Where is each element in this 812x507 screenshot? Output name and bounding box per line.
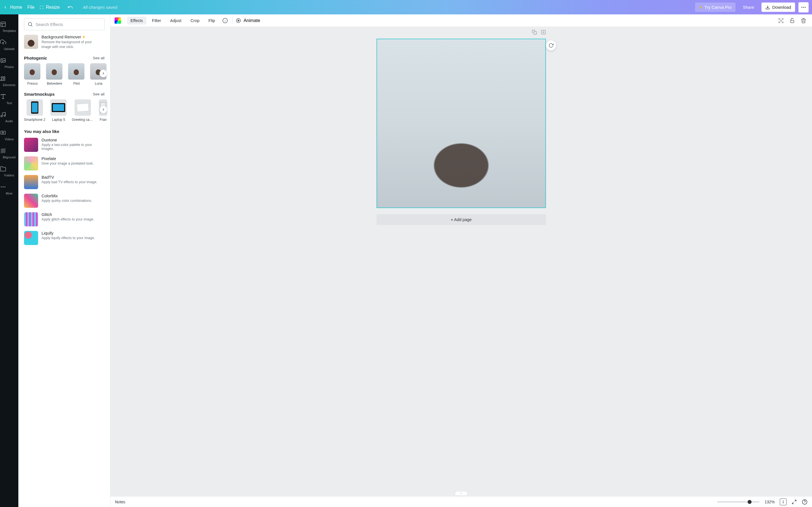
smartmockups-next[interactable] bbox=[99, 106, 107, 113]
rail-background-label: Bkground bbox=[0, 156, 18, 159]
download-icon bbox=[765, 5, 770, 10]
svg-line-41 bbox=[792, 502, 794, 504]
lock-button[interactable] bbox=[788, 16, 797, 25]
toolbar-separator bbox=[124, 17, 124, 24]
duplicate-page-button[interactable] bbox=[532, 30, 537, 35]
svg-rect-4 bbox=[1, 22, 6, 27]
more-menu-button[interactable] bbox=[799, 2, 809, 12]
ymal-desc: Apply bad TV effects to your image. bbox=[42, 180, 98, 184]
mockup-smartphone[interactable]: Smartphone 2 bbox=[24, 99, 45, 122]
rail-audio[interactable]: Audio bbox=[0, 109, 18, 127]
svg-point-9 bbox=[1, 77, 3, 78]
rail-background[interactable]: Bkground bbox=[0, 145, 18, 163]
tab-flip[interactable]: Flip bbox=[205, 17, 218, 24]
lock-open-icon bbox=[790, 18, 795, 23]
ymal-pixelate[interactable]: PixelateGive your image a pixelated look… bbox=[24, 156, 105, 170]
download-button[interactable]: Download bbox=[761, 3, 795, 12]
tab-filter[interactable]: Filter bbox=[149, 17, 164, 24]
ymal-desc: Apply glitch effects to your image. bbox=[42, 217, 94, 221]
background-remover[interactable]: Background Remover♛ Remove the backgroun… bbox=[24, 35, 105, 49]
tab-adjust[interactable]: Adjust bbox=[167, 17, 185, 24]
page-action-icons bbox=[532, 30, 546, 35]
tab-crop[interactable]: Crop bbox=[187, 17, 203, 24]
svg-rect-32 bbox=[780, 20, 782, 21]
canvas-page[interactable] bbox=[377, 39, 546, 208]
effects-panel: Background Remover♛ Remove the backgroun… bbox=[18, 14, 110, 507]
rail-text[interactable]: Text bbox=[0, 91, 18, 109]
try-canva-pro-button[interactable]: ♛ Try Canva Pro bbox=[695, 3, 736, 12]
info-button[interactable] bbox=[221, 16, 230, 25]
bg-remover-desc: Remove the background of your image with… bbox=[42, 40, 101, 49]
page-wrap bbox=[377, 39, 546, 208]
try-pro-label: Try Canva Pro bbox=[704, 5, 732, 10]
svg-rect-17 bbox=[1, 131, 6, 134]
text-icon bbox=[0, 94, 18, 100]
animate-button[interactable]: Animate bbox=[235, 18, 260, 23]
color-swatch[interactable] bbox=[114, 17, 121, 24]
effect-flint[interactable]: Flint bbox=[68, 63, 85, 86]
undo-icon[interactable] bbox=[67, 4, 73, 10]
share-button[interactable]: Share bbox=[739, 3, 758, 12]
ymal-thumb bbox=[24, 138, 38, 152]
chevron-right-icon bbox=[101, 71, 105, 75]
chevron-left-icon bbox=[3, 5, 7, 9]
fullscreen-button[interactable] bbox=[792, 499, 797, 504]
smartmockups-seeall[interactable]: See all bbox=[93, 92, 105, 96]
ymal-duotone[interactable]: DuotoneApply a two-color palette to your… bbox=[24, 138, 105, 152]
notes-button[interactable]: Notes bbox=[115, 500, 125, 504]
svg-marker-18 bbox=[3, 132, 4, 133]
svg-point-20 bbox=[3, 186, 4, 187]
bg-remover-title: Background Remover bbox=[42, 35, 81, 39]
rail-photos-label: Photos bbox=[0, 65, 18, 69]
header-left: Home File Resize All changes saved bbox=[3, 4, 117, 10]
transparency-button[interactable] bbox=[776, 16, 786, 25]
effect-belvedere[interactable]: Belvedere bbox=[46, 63, 63, 86]
zoom-value[interactable]: 132% bbox=[765, 500, 775, 504]
ymal-text: ColorMixApply quirky color combinations. bbox=[42, 194, 92, 208]
ymal-colormix[interactable]: ColorMixApply quirky color combinations. bbox=[24, 194, 105, 208]
photogenic-seeall[interactable]: See all bbox=[93, 56, 105, 60]
ymal-thumb bbox=[24, 212, 38, 226]
background-icon bbox=[0, 148, 18, 154]
home-button[interactable]: Home bbox=[3, 5, 22, 10]
page-indicator[interactable]: 1 bbox=[780, 499, 787, 505]
file-menu[interactable]: File bbox=[28, 5, 35, 10]
search-input[interactable] bbox=[24, 18, 105, 30]
add-page-button[interactable]: + Add page bbox=[377, 214, 546, 225]
mockup-laptop[interactable]: Laptop 5 bbox=[50, 99, 67, 122]
rail-elements[interactable]: Elements bbox=[0, 72, 18, 91]
rail-photos[interactable]: Photos bbox=[0, 54, 18, 72]
ymal-liquify[interactable]: LiquifyApply liquify effects to your ima… bbox=[24, 231, 105, 245]
photos-icon bbox=[0, 57, 18, 63]
photogenic-next[interactable] bbox=[99, 69, 107, 77]
effect-fresco[interactable]: Fresco bbox=[24, 63, 41, 86]
resize-label: Resize bbox=[46, 5, 60, 10]
mockup-greeting-card[interactable]: Greeting car… bbox=[72, 99, 94, 122]
rail-folders-label: Folders bbox=[0, 174, 18, 177]
reset-transform-button[interactable] bbox=[546, 40, 556, 51]
svg-marker-28 bbox=[238, 19, 239, 21]
download-label: Download bbox=[772, 5, 791, 10]
delete-button[interactable] bbox=[799, 16, 808, 25]
chevron-up-icon bbox=[459, 492, 463, 495]
canvas-stage[interactable]: + Add page bbox=[110, 27, 812, 496]
ymal-badtv[interactable]: BadTVApply bad TV effects to your image. bbox=[24, 175, 105, 189]
zoom-slider-knob[interactable] bbox=[748, 500, 752, 504]
rail-videos[interactable]: Videos bbox=[0, 127, 18, 145]
ymal-heading: You may also like bbox=[24, 129, 107, 134]
add-page-above-button[interactable] bbox=[541, 30, 546, 35]
resize-menu[interactable]: Resize bbox=[40, 5, 60, 10]
uploads-icon bbox=[0, 39, 18, 46]
svg-marker-11 bbox=[1, 79, 3, 81]
rail-templates[interactable]: Templates bbox=[0, 18, 18, 37]
rail-more[interactable]: More bbox=[0, 181, 18, 199]
dots-horizontal-icon bbox=[801, 4, 806, 10]
ymal-glitch[interactable]: GlitchApply glitch effects to your image… bbox=[24, 212, 105, 226]
rail-uploads[interactable]: Uploads bbox=[0, 37, 18, 54]
tab-effects[interactable]: Effects bbox=[127, 17, 146, 24]
ymal-text: DuotoneApply a two-color palette to your… bbox=[42, 138, 105, 152]
zoom-slider[interactable] bbox=[717, 501, 759, 503]
help-button[interactable] bbox=[802, 499, 808, 505]
rail-folders[interactable]: Folders bbox=[0, 163, 18, 181]
page-tray-toggle[interactable] bbox=[455, 491, 468, 495]
